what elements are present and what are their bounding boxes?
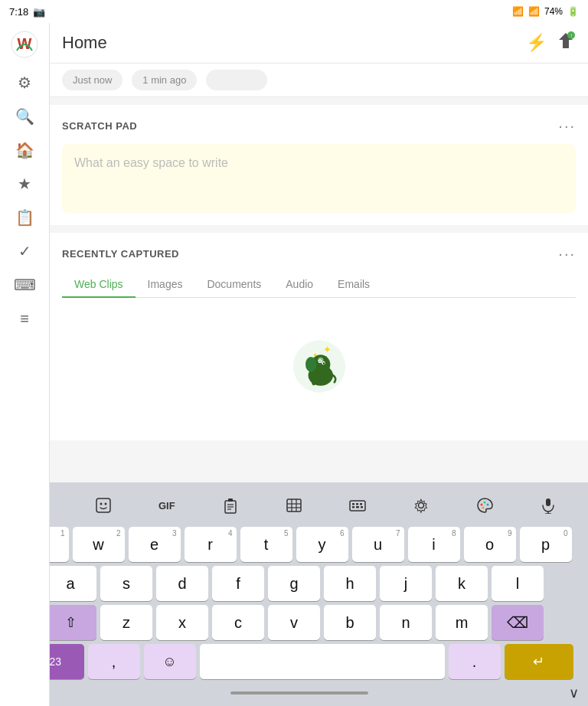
app-logo[interactable]: W xyxy=(9,29,40,60)
home-upload-icon[interactable]: ↑ xyxy=(556,31,576,55)
recent-chip-2[interactable]: 1 min ago xyxy=(132,70,197,90)
tab-images[interactable]: Images xyxy=(136,272,195,298)
recent-chip-1[interactable]: Just now xyxy=(62,70,122,90)
home-icon: 🏠 xyxy=(15,141,34,159)
key-f[interactable]: f xyxy=(212,566,264,601)
svg-rect-22 xyxy=(228,498,233,502)
keyboard-tool-palette[interactable] xyxy=(468,490,501,521)
captured-tabs: Web Clips Images Documents Audio Emails xyxy=(62,272,576,298)
mic-icon xyxy=(540,497,557,514)
notes-icon: 📋 xyxy=(15,208,34,227)
key-j[interactable]: j xyxy=(380,566,432,601)
key-s[interactable]: s xyxy=(100,566,152,601)
app-header: Home ⚡ ↑ xyxy=(50,23,588,64)
key-d[interactable]: d xyxy=(156,566,208,601)
svg-rect-32 xyxy=(352,503,354,505)
tab-web-clips[interactable]: Web Clips xyxy=(62,272,136,298)
gif-label: GIF xyxy=(158,500,175,512)
sidebar-item-menu[interactable]: ≡ xyxy=(11,305,38,332)
key-comma[interactable]: , xyxy=(88,644,140,679)
key-r[interactable]: r4 xyxy=(185,527,237,562)
sidebar-item-tasks[interactable]: ✓ xyxy=(11,237,38,265)
recently-captured-header: RECENTLY CAPTURED ··· xyxy=(62,245,576,263)
time: 7:18 xyxy=(9,6,28,18)
sidebar-item-notes[interactable]: 📋 xyxy=(11,204,38,231)
settings-cog-icon xyxy=(413,497,430,514)
recently-captured-section: RECENTLY CAPTURED ··· Web Clips Images D… xyxy=(50,233,588,440)
sidebar-item-keyboard[interactable]: ⌨ xyxy=(11,271,38,299)
key-p[interactable]: p0 xyxy=(520,527,572,562)
key-k[interactable]: k xyxy=(436,566,488,601)
sidebar-item-settings[interactable]: ⚙ xyxy=(11,69,38,96)
key-x[interactable]: x xyxy=(156,605,208,640)
search-icon: 🔍 xyxy=(15,107,34,126)
keyboard-tool-table[interactable] xyxy=(277,490,311,521)
keyboard-tool-keyboard[interactable] xyxy=(341,490,374,521)
star-icon: ★ xyxy=(18,175,31,193)
chevron-down-icon[interactable]: ∨ xyxy=(569,685,579,701)
key-t[interactable]: t5 xyxy=(240,527,292,562)
key-n[interactable]: n xyxy=(380,605,432,640)
tab-audio[interactable]: Audio xyxy=(273,272,325,298)
keyboard-toolbar: GIF xyxy=(3,487,585,524)
keyboard-tool-emoji-face[interactable] xyxy=(87,490,120,521)
scratch-pad-area[interactable]: What an easy space to write xyxy=(62,144,576,213)
svg-rect-43 xyxy=(546,498,550,506)
key-shift[interactable]: ⇧ xyxy=(44,605,96,640)
key-a[interactable]: a xyxy=(44,566,96,601)
tab-emails[interactable]: Emails xyxy=(325,272,382,298)
recently-captured-title: RECENTLY CAPTURED xyxy=(62,248,179,260)
key-o[interactable]: o9 xyxy=(464,527,516,562)
key-e[interactable]: e3 xyxy=(129,527,181,562)
key-u[interactable]: u7 xyxy=(352,527,404,562)
key-period[interactable]: . xyxy=(449,644,501,679)
key-i[interactable]: i8 xyxy=(408,527,460,562)
logo-icon: W xyxy=(11,31,38,58)
status-bar: 7:18 📷 📶 📶 74% 🔋 xyxy=(0,0,588,23)
key-z[interactable]: z xyxy=(100,605,152,640)
keyboard-tool-settings[interactable] xyxy=(404,490,438,521)
svg-rect-33 xyxy=(356,503,358,505)
chip-label-2: 1 min ago xyxy=(142,74,186,86)
key-m[interactable]: m xyxy=(436,605,488,640)
svg-rect-35 xyxy=(352,506,354,508)
svg-point-39 xyxy=(481,504,483,506)
key-v[interactable]: v xyxy=(268,605,320,640)
menu-icon: ≡ xyxy=(20,310,29,328)
keyboard-icon: ⌨ xyxy=(14,276,36,294)
key-b[interactable]: b xyxy=(324,605,376,640)
svg-text:W: W xyxy=(18,35,32,52)
page-title: Home xyxy=(62,33,107,53)
sidebar-item-search[interactable]: 🔍 xyxy=(11,103,38,130)
scratch-pad-section: SCRATCH PAD ··· What an easy space to wr… xyxy=(50,105,588,225)
table-icon xyxy=(286,497,302,514)
keyboard-tool-mic[interactable] xyxy=(531,490,565,521)
key-backspace[interactable]: ⌫ xyxy=(492,605,544,640)
keyboard-row-3: ⇧ z x c v b n m ⌫ xyxy=(3,605,585,640)
key-space[interactable] xyxy=(200,644,445,679)
svg-point-7 xyxy=(305,357,316,372)
recently-captured-more-button[interactable]: ··· xyxy=(558,245,576,263)
sidebar-item-home[interactable]: 🏠 xyxy=(11,136,38,164)
key-c[interactable]: c xyxy=(212,605,264,640)
key-w[interactable]: w2 xyxy=(73,527,125,562)
key-h[interactable]: h xyxy=(324,566,376,601)
scratch-pad-more-button[interactable]: ··· xyxy=(558,117,576,135)
sidebar-item-favorites[interactable]: ★ xyxy=(11,170,38,198)
tasks-icon: ✓ xyxy=(18,242,31,260)
key-emoji[interactable]: ☺ xyxy=(144,644,196,679)
keyboard-tool-gif[interactable]: GIF xyxy=(150,490,184,521)
svg-point-38 xyxy=(419,503,424,508)
evernote-elephant-illustration: ✦ ✦ ✿ xyxy=(285,328,354,397)
key-y[interactable]: y6 xyxy=(296,527,348,562)
key-g[interactable]: g xyxy=(268,566,320,601)
emoji-face-icon xyxy=(95,497,112,514)
tab-documents[interactable]: Documents xyxy=(194,272,273,298)
bolt-icon[interactable]: ⚡ xyxy=(526,33,547,53)
chip-label-1: Just now xyxy=(73,74,112,86)
keyboard-tool-clipboard[interactable] xyxy=(214,490,247,521)
recent-chip-3[interactable] xyxy=(206,70,267,90)
key-l[interactable]: l xyxy=(492,566,544,601)
keyboard-icon-toolbar xyxy=(349,497,366,514)
key-enter[interactable]: ↵ xyxy=(505,644,573,679)
